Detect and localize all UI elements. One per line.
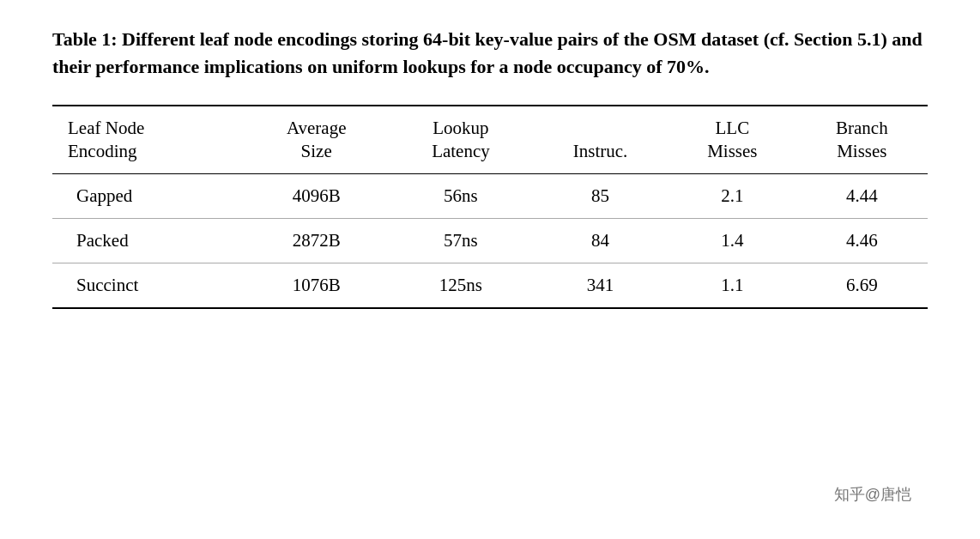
cell-avg-size-2: 1076B: [244, 263, 390, 309]
col-header-branch: Branch Misses: [796, 106, 928, 174]
table-row: Packed 2872B 57ns 84 1.4 4.46: [52, 219, 928, 263]
col-header-latency: Lookup Latency: [390, 106, 532, 174]
cell-encoding-1: Packed: [52, 219, 244, 263]
cell-latency-1: 57ns: [390, 219, 532, 263]
cell-branch-2: 6.69: [796, 263, 928, 309]
col-header-llc: LLC Misses: [668, 106, 796, 174]
page-container: Table 1: Different leaf node encodings s…: [52, 26, 928, 309]
cell-encoding-0: Gapped: [52, 174, 244, 219]
cell-llc-2: 1.1: [668, 263, 796, 309]
cell-branch-1: 4.46: [796, 219, 928, 263]
cell-avg-size-1: 2872B: [244, 219, 390, 263]
watermark: 知乎@唐恺: [834, 484, 911, 505]
table-row: Gapped 4096B 56ns 85 2.1 4.44: [52, 174, 928, 219]
col-header-instruc: Instruc.: [532, 106, 668, 174]
cell-llc-1: 1.4: [668, 219, 796, 263]
cell-latency-2: 125ns: [390, 263, 532, 309]
cell-avg-size-0: 4096B: [244, 174, 390, 219]
table-caption: Table 1: Different leaf node encodings s…: [52, 26, 928, 81]
cell-encoding-2: Succinct: [52, 263, 244, 309]
caption-text: Table 1: Different leaf node encodings s…: [52, 28, 923, 77]
cell-instruc-0: 85: [532, 174, 668, 219]
data-table: Leaf Node Encoding Average Size Lookup L…: [52, 105, 928, 310]
cell-instruc-1: 84: [532, 219, 668, 263]
cell-instruc-2: 341: [532, 263, 668, 309]
table-wrapper: Leaf Node Encoding Average Size Lookup L…: [52, 105, 928, 310]
header-row: Leaf Node Encoding Average Size Lookup L…: [52, 106, 928, 174]
cell-llc-0: 2.1: [668, 174, 796, 219]
col-header-avg-size: Average Size: [244, 106, 390, 174]
cell-branch-0: 4.44: [796, 174, 928, 219]
col-header-encoding: Leaf Node Encoding: [52, 106, 244, 174]
cell-latency-0: 56ns: [390, 174, 532, 219]
table-row: Succinct 1076B 125ns 341 1.1 6.69: [52, 263, 928, 309]
